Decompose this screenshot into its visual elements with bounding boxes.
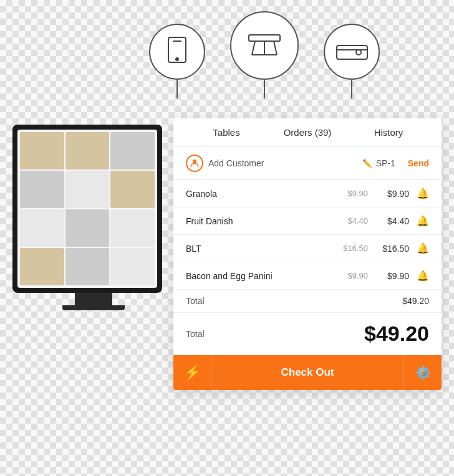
tab-tables[interactable]: Tables: [186, 127, 267, 138]
card-reader-icon-bubble: [324, 24, 380, 98]
summary-row: Total $49.20: [173, 290, 442, 313]
svg-point-1: [176, 58, 178, 60]
person-icon: [190, 158, 200, 168]
item-unit-price: $16.50: [337, 244, 368, 253]
gear-icon: ⚙️: [415, 365, 431, 380]
checkout-label: Check Out: [281, 366, 334, 379]
checkout-button[interactable]: Check Out: [211, 355, 404, 390]
grand-total-label: Total: [186, 329, 205, 339]
screen-cell: [65, 171, 110, 208]
screen-cell: [65, 248, 110, 285]
pos-footer: ⚡ Check Out ⚙️: [173, 355, 442, 390]
screen-cell: [110, 248, 155, 285]
tablet-icon-bubble: [149, 24, 205, 98]
screen-cell: [20, 209, 64, 247]
item-unit-price: $4.40: [337, 216, 368, 226]
item-name: Bacon and Egg Panini: [186, 271, 337, 281]
summary-amount: $49.20: [402, 296, 429, 306]
monitor-body: [12, 125, 162, 293]
bell-icon[interactable]: 🔔: [417, 242, 429, 254]
customer-icon[interactable]: [186, 155, 203, 172]
monitor-screen: [17, 130, 157, 288]
summary-label: Total: [186, 296, 205, 306]
order-id-box: ✏️ SP-1: [362, 158, 395, 168]
table-row: Fruit Danish $4.40 $4.40 🔔: [173, 207, 442, 235]
monitor: [12, 125, 175, 324]
item-total-price: $16.50: [378, 244, 409, 254]
settings-button[interactable]: ⚙️: [404, 355, 442, 390]
table-row: Bacon and Egg Panini $9.90 $9.90 🔔: [173, 262, 442, 290]
screen-cell: [110, 209, 155, 247]
svg-rect-3: [249, 35, 280, 41]
table-icon-bubble: [230, 11, 299, 98]
lightning-icon: ⚡: [184, 364, 201, 381]
lightning-button[interactable]: ⚡: [173, 355, 211, 390]
screen-cell: [65, 209, 110, 247]
table-row: BLT $16.50 $16.50 🔔: [173, 235, 442, 262]
table-row: Granola $9.90 $9.90 🔔: [173, 180, 442, 207]
table-icon-circle: [230, 11, 299, 80]
screen-cell: [20, 248, 64, 285]
bell-icon[interactable]: 🔔: [417, 188, 429, 199]
item-unit-price: $9.90: [337, 189, 368, 198]
tab-history[interactable]: History: [348, 127, 429, 138]
item-total-price: $9.90: [378, 271, 409, 281]
table-icon: [246, 30, 283, 61]
monitor-stand: [75, 293, 112, 305]
card-reader-icon: [335, 42, 369, 61]
screen-cell: [20, 132, 64, 169]
item-name: Fruit Danish: [186, 216, 337, 226]
order-id: SP-1: [376, 158, 395, 168]
tablet-stem: [176, 80, 178, 98]
add-customer-label[interactable]: Add Customer: [208, 158, 350, 168]
bell-icon[interactable]: 🔔: [417, 270, 429, 282]
item-name: BLT: [186, 244, 337, 254]
svg-point-9: [356, 50, 361, 55]
send-button[interactable]: Send: [408, 158, 429, 168]
item-total-price: $9.90: [378, 189, 409, 199]
table-stem: [264, 80, 265, 98]
svg-line-4: [252, 41, 255, 55]
screen-cell: [110, 132, 155, 169]
grand-total-amount: $49.20: [364, 321, 429, 346]
tablet-icon-circle: [149, 24, 205, 80]
item-total-price: $4.40: [378, 216, 409, 226]
screen-cell: [110, 171, 155, 208]
tab-orders[interactable]: Orders (39): [267, 127, 348, 138]
svg-rect-8: [337, 45, 367, 59]
svg-line-5: [274, 41, 277, 55]
screen-cell: [65, 132, 110, 169]
pos-header: Tables Orders (39) History: [173, 118, 442, 147]
monitor-base: [62, 305, 125, 310]
tablet-icon: [165, 36, 190, 67]
grand-total-row: Total $49.20: [173, 313, 442, 355]
edit-icon: ✏️: [362, 159, 372, 168]
item-unit-price: $9.90: [337, 271, 368, 280]
pos-panel: Tables Orders (39) History Add Customer …: [173, 118, 442, 390]
svg-point-11: [193, 159, 196, 163]
order-bar: Add Customer ✏️ SP-1 Send: [173, 147, 442, 180]
card-reader-icon-circle: [324, 24, 380, 80]
items-table: Granola $9.90 $9.90 🔔 Fruit Danish $4.40…: [173, 180, 442, 290]
screen-cell: [20, 171, 64, 208]
bell-icon[interactable]: 🔔: [417, 215, 429, 227]
card-reader-stem: [351, 80, 352, 98]
item-name: Granola: [186, 189, 337, 199]
top-icons-row: [106, 11, 423, 98]
